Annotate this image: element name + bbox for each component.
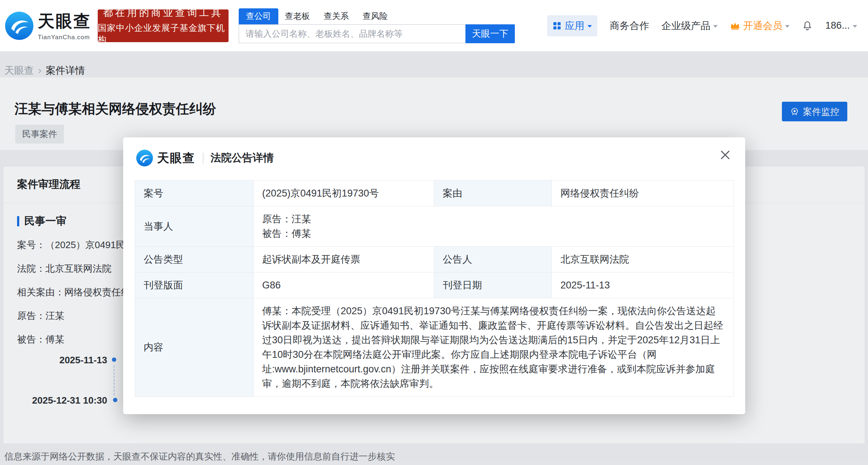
nav-cooperation-label: 商务合作 [610, 19, 649, 32]
tianyancha-logo-icon [136, 150, 153, 166]
bell-icon [802, 20, 813, 31]
chevron-down-icon [713, 25, 718, 28]
party-label: 当事人 [135, 206, 253, 247]
page-label: 刊登版面 [135, 272, 253, 298]
notice-type-value: 起诉状副本及开庭传票 [253, 247, 434, 272]
search-button[interactable]: 天眼一下 [465, 24, 515, 43]
search-input[interactable] [239, 24, 465, 43]
brand-domain: TianYanCha.com [38, 34, 91, 41]
tianyancha-logo[interactable]: 天眼查 TianYanCha.com [5, 10, 91, 41]
nav-apps-label: 应用 [565, 19, 584, 32]
party-defendant: 被告：傅某 [262, 226, 725, 241]
notification-bell[interactable] [802, 20, 813, 31]
party-value: 原告：汪某 被告：傅某 [253, 206, 734, 247]
tianyancha-logo-icon [5, 12, 33, 40]
chevron-down-icon [853, 25, 857, 28]
slogan-line-2: 国家中小企业发展子基金旗下机构 [98, 22, 229, 45]
nav-vip-label: 开通会员 [743, 19, 782, 32]
modal-title: 法院公告详情 [211, 151, 274, 165]
table-row: 当事人 原告：汪某 被告：傅某 [135, 206, 734, 247]
nav-cooperation[interactable]: 商务合作 [610, 19, 649, 32]
table-row: 刊登版面 G86 刊登日期 2025-11-13 [135, 272, 734, 298]
search-tabs: 查公司 查老板 查关系 查风险 [239, 8, 515, 24]
chevron-down-icon [588, 25, 592, 28]
court-notice-table: 案号 (2025)京0491民初19730号 案由 网络侵权责任纠纷 当事人 原… [135, 180, 734, 397]
nav-vip[interactable]: 开通会员 [730, 19, 790, 32]
slogan-line-1: 都在用的商业查询工具 [103, 6, 223, 19]
publish-date-label: 刊登日期 [434, 272, 552, 298]
publish-date-value: 2025-11-13 [552, 272, 734, 298]
modal-header: 天眼查 法院公告详情 [123, 137, 745, 176]
search-tab-relation[interactable]: 查关系 [324, 8, 349, 24]
search-tab-company[interactable]: 查公司 [239, 8, 278, 24]
nav-account-phone[interactable]: 186... [825, 20, 857, 31]
close-icon[interactable] [717, 147, 734, 163]
notice-type-label: 公告类型 [135, 247, 253, 272]
search-area: 查公司 查老板 查关系 查风险 天眼一下 [239, 8, 515, 43]
table-row: 案号 (2025)京0491民初19730号 案由 网络侵权责任纠纷 [135, 181, 734, 206]
top-header: 天眼查 TianYanCha.com 都在用的商业查询工具 国家中小企业发展子基… [0, 0, 868, 52]
content-value: 傅某：本院受理（2025）京0491民初19730号汪某与傅某网络侵权责任纠纷一… [253, 298, 734, 397]
nav-phone-label: 186... [825, 20, 850, 31]
table-row: 内容 傅某：本院受理（2025）京0491民初19730号汪某与傅某网络侵权责任… [135, 298, 734, 397]
court-notice-modal: 天眼查 法院公告详情 案号 (2025)京0491民初19730号 案由 网络侵… [123, 137, 745, 414]
divider [203, 153, 203, 163]
nav-enterprise-label: 企业级产品 [661, 19, 710, 32]
cause-value: 网络侵权责任纠纷 [552, 181, 734, 206]
cause-label: 案由 [434, 181, 552, 206]
party-plaintiff: 原告：汪某 [262, 212, 725, 226]
nav-apps[interactable]: 应用 [547, 15, 597, 36]
page-value: G86 [253, 272, 434, 298]
modal-body: 案号 (2025)京0491民初19730号 案由 网络侵权责任纠纷 当事人 原… [123, 176, 745, 414]
case-no-label: 案号 [135, 181, 253, 206]
search-tab-boss[interactable]: 查老板 [285, 8, 310, 24]
case-no-value: (2025)京0491民初19730号 [253, 181, 434, 206]
content-label: 内容 [135, 298, 253, 397]
crown-icon [730, 21, 740, 30]
brand-name: 天眼查 [38, 10, 91, 33]
slogan-badge: 都在用的商业查询工具 国家中小企业发展子基金旗下机构 [98, 9, 229, 42]
announcer-label: 公告人 [434, 247, 552, 272]
chevron-down-icon [785, 25, 790, 28]
grid-apps-icon [553, 21, 561, 30]
header-nav: 应用 商务合作 企业级产品 开通会员 186... [547, 15, 857, 36]
modal-brand-name: 天眼查 [157, 150, 195, 166]
nav-enterprise[interactable]: 企业级产品 [661, 19, 718, 32]
table-row: 公告类型 起诉状副本及开庭传票 公告人 北京互联网法院 [135, 247, 734, 272]
search-tab-risk[interactable]: 查风险 [363, 8, 388, 24]
announcer-value: 北京互联网法院 [552, 247, 734, 272]
